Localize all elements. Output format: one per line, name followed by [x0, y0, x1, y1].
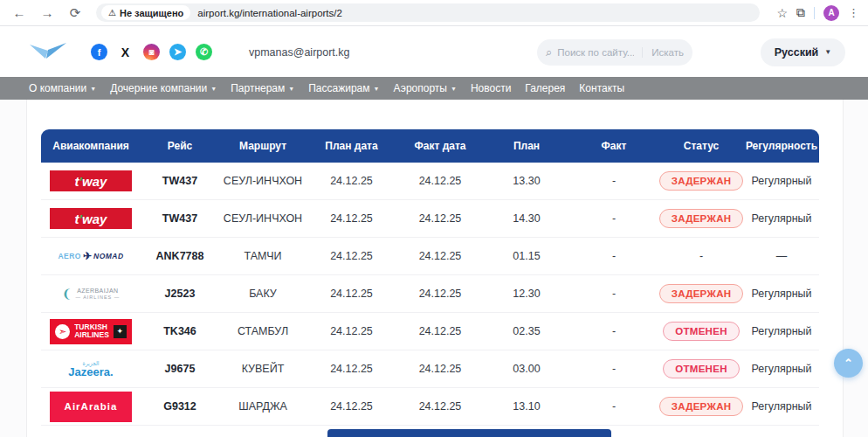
search-input[interactable] [557, 47, 634, 58]
regularity: Регулярный [744, 363, 819, 375]
nav-item-8[interactable]: Контакты [579, 82, 624, 94]
table-row: ➣TURKISHAIRLINES✦TK346СТАМБУЛ24.12.2524.… [41, 313, 819, 350]
status-badge: ЗАДЕРЖАН [659, 397, 744, 416]
nav-item-label: Новости [471, 82, 511, 94]
actual-time: - [569, 175, 658, 187]
site-header: f X ◙ ➤ ✆ vpmanas@airport.kg ⌕ Искать Ру… [0, 27, 868, 77]
back-icon[interactable]: ← [9, 3, 30, 24]
nav-item-6[interactable]: Новости [471, 82, 511, 94]
status-empty: - [699, 250, 703, 262]
chevron-down-icon: ▼ [90, 86, 96, 92]
tway-logo: t'way [50, 208, 132, 229]
security-chip[interactable]: ⚠ Не защищено [101, 5, 190, 20]
flight-number: G9312 [141, 400, 219, 413]
bird-emblem-icon: ➣ [55, 324, 70, 339]
chrome-menu-icon[interactable]: ⋮ [848, 6, 859, 19]
nav-item-7[interactable]: Галерея [525, 82, 565, 94]
airline-logo-cell: AERO✈NOMAD [41, 250, 141, 262]
column-header: Факт [569, 140, 658, 152]
flight-number: J2523 [141, 288, 219, 300]
logo-text: AirArabia [65, 401, 118, 412]
airport-logo[interactable] [28, 39, 68, 66]
url-text: airport.kg/international-airports/2 [197, 8, 342, 18]
status-badge: ЗАДЕРЖАН [659, 171, 744, 191]
reload-icon[interactable]: ⟳ [65, 3, 86, 24]
logo-text-bottom: AIRLINES [74, 331, 109, 339]
regularity: Регулярный [744, 212, 819, 225]
profile-avatar[interactable]: A [823, 5, 839, 21]
scroll-to-top-button[interactable]: ⌃ [834, 349, 863, 378]
instagram-icon[interactable]: ◙ [143, 44, 160, 60]
column-header: Регулярность [744, 140, 819, 152]
route: СЕУЛ-ИНЧХОН [219, 212, 307, 225]
planned-date: 24.12.25 [307, 363, 396, 375]
actual-time: - [569, 288, 658, 300]
column-header: План дата [307, 140, 396, 152]
main-navigation: О компании▼Дочерние компании▼Партнерам▼П… [0, 77, 868, 100]
facebook-icon[interactable]: f [91, 44, 107, 60]
horizontal-scrollbar-thumb[interactable] [327, 429, 611, 437]
aeronomad-logo: AERO✈NOMAD [50, 250, 132, 262]
logo-text: way [82, 174, 107, 189]
status-badge: ЗАДЕРЖАН [659, 209, 744, 228]
language-selector[interactable]: Русский ▼ [761, 38, 845, 66]
regularity: Регулярный [744, 400, 819, 413]
nav-item-3[interactable]: Партнерам▼ [231, 82, 294, 94]
actual-time: - [569, 212, 658, 225]
route: СТАМБУЛ [219, 325, 307, 337]
planned-time: 02.35 [484, 325, 569, 337]
actual-date: 24.12.25 [396, 288, 484, 300]
nav-item-2[interactable]: Дочерние компании▼ [110, 82, 217, 94]
tway-logo: t'way [50, 170, 132, 191]
planned-time: 01.15 [484, 250, 569, 262]
regularity: Регулярный [744, 325, 819, 337]
regularity: Регулярный [744, 175, 819, 187]
whatsapp-icon[interactable]: ✆ [196, 44, 212, 60]
search-button[interactable]: Искать [642, 47, 684, 58]
route: КУВЕЙТ [219, 363, 307, 375]
status-cell: ЗАДЕРЖАН [658, 397, 744, 416]
chevron-up-icon: ⌃ [844, 357, 853, 370]
chevron-down-icon: ▼ [288, 86, 294, 92]
address-bar[interactable]: ⚠ Не защищено airport.kg/international-a… [96, 3, 760, 22]
bookmark-star-icon[interactable]: ☆ [776, 6, 788, 20]
column-header: Статус [658, 140, 744, 152]
status-cell: ЗАДЕРЖАН [658, 284, 744, 303]
logo-text: Jazeera. [68, 366, 113, 378]
language-label: Русский [775, 46, 819, 59]
logo-text: way [82, 212, 107, 226]
browser-toolbar: ← → ⟳ ⚠ Не защищено airport.kg/internati… [0, 0, 868, 26]
search-icon: ⌕ [546, 45, 552, 59]
status-badge: ЗАДЕРЖАН [659, 284, 744, 303]
x-twitter-icon[interactable]: X [117, 44, 134, 60]
status-cell: ЗАДЕРЖАН [658, 171, 744, 191]
airline-logo-cell: ➣TURKISHAIRLINES✦ [41, 319, 141, 344]
status-cell: ОТМЕНЕН [658, 322, 744, 341]
table-row: ❨AZERBAIJAN— AIRLINES —J2523БАКУ24.12.25… [41, 275, 819, 313]
logo-text: TURKISHAIRLINES [74, 323, 109, 339]
nav-item-1[interactable]: О компании▼ [29, 82, 96, 94]
logo-text: AERO [58, 252, 81, 260]
azal-logo: ❨AZERBAIJAN— AIRLINES — [50, 287, 132, 301]
planned-time: 13.10 [484, 400, 569, 413]
forward-icon[interactable]: → [37, 3, 58, 24]
planned-time: 12.30 [484, 288, 569, 300]
airline-logo-cell: t'way [41, 170, 141, 191]
actual-date: 24.12.25 [396, 363, 484, 375]
column-header: Рейс [141, 140, 219, 152]
nav-item-4[interactable]: Пассажирам▼ [308, 82, 379, 94]
flight-number: J9675 [141, 363, 219, 375]
airline-logo-cell: الجزيرةJazeera. [41, 361, 141, 378]
extensions-icon[interactable]: ⧉ [796, 5, 805, 20]
flight-number: TK346 [141, 325, 219, 337]
planned-date: 24.12.25 [307, 175, 396, 187]
logo-text-top: AZERBAIJAN [75, 288, 120, 295]
actual-date: 24.12.25 [396, 250, 484, 262]
star-icon: ✦ [114, 325, 127, 338]
telegram-icon[interactable]: ➤ [169, 44, 186, 60]
nav-item-5[interactable]: Аэропорты▼ [393, 82, 456, 94]
airarabia-logo: AirArabia [50, 392, 132, 422]
actual-time: - [569, 325, 658, 337]
social-icons: f X ◙ ➤ ✆ [91, 44, 212, 60]
planned-date: 24.12.25 [307, 250, 396, 262]
